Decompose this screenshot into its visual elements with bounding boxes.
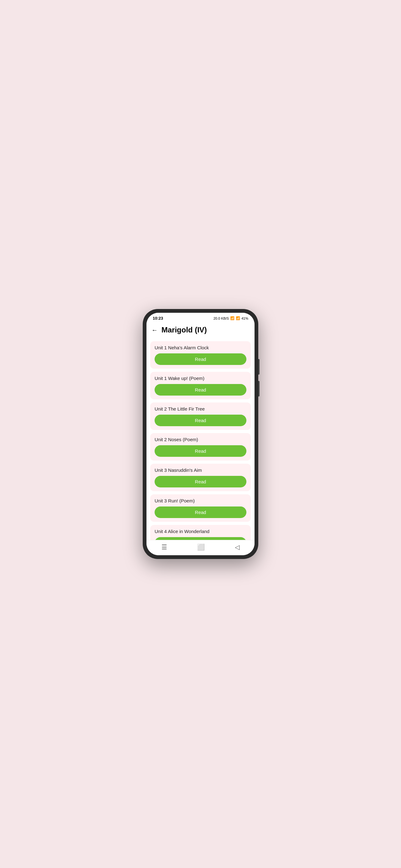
nav-bar: ☰ ⬜ ◁ xyxy=(146,540,255,555)
network-speed: 20.0 KB/S xyxy=(213,316,229,320)
signal-icon: 📶 xyxy=(236,316,240,320)
phone-frame: 10:23 20.0 KB/S 📶 📶 41% ← Marigold (IV) … xyxy=(143,309,258,559)
read-button[interactable]: Read xyxy=(155,415,246,426)
unit-card: Unit 3 Nasruddin's AimRead xyxy=(150,464,251,491)
unit-title: Unit 4 Alice in Wonderland xyxy=(155,529,246,534)
unit-title: Unit 2 The Little Fir Tree xyxy=(155,406,246,411)
unit-title: Unit 2 Noses (Poem) xyxy=(155,437,246,442)
unit-card: Unit 2 The Little Fir TreeRead xyxy=(150,402,251,430)
read-button[interactable]: Read xyxy=(155,506,246,518)
unit-title: Unit 3 Run! (Poem) xyxy=(155,498,246,503)
read-button[interactable]: Read xyxy=(155,445,246,457)
unit-card: Unit 3 Run! (Poem)Read xyxy=(150,494,251,522)
wifi-icon: 📶 xyxy=(230,316,235,320)
battery-label: 41% xyxy=(241,316,248,320)
header: ← Marigold (IV) xyxy=(146,322,255,339)
phone-screen: 10:23 20.0 KB/S 📶 📶 41% ← Marigold (IV) … xyxy=(146,313,255,555)
status-time: 10:23 xyxy=(153,316,163,320)
unit-title: Unit 3 Nasruddin's Aim xyxy=(155,467,246,473)
home-icon[interactable]: ⬜ xyxy=(197,544,205,551)
content-area[interactable]: Unit 1 Neha's Alarm ClockReadUnit 1 Wake… xyxy=(146,339,255,540)
unit-title: Unit 1 Wake up! (Poem) xyxy=(155,376,246,381)
unit-card: Unit 4 Alice in WonderlandRead xyxy=(150,525,251,540)
read-button[interactable]: Read xyxy=(155,537,246,540)
unit-card: Unit 2 Noses (Poem)Read xyxy=(150,433,251,461)
read-button[interactable]: Read xyxy=(155,384,246,396)
read-button[interactable]: Read xyxy=(155,353,246,365)
unit-card: Unit 1 Neha's Alarm ClockRead xyxy=(150,341,251,369)
unit-card: Unit 1 Wake up! (Poem)Read xyxy=(150,372,251,399)
status-icons: 20.0 KB/S 📶 📶 41% xyxy=(213,316,248,320)
back-button[interactable]: ← xyxy=(152,327,158,334)
page-title: Marigold (IV) xyxy=(162,326,207,334)
back-nav-icon[interactable]: ◁ xyxy=(235,544,239,551)
status-bar: 10:23 20.0 KB/S 📶 📶 41% xyxy=(146,313,255,322)
read-button[interactable]: Read xyxy=(155,476,246,488)
unit-title: Unit 1 Neha's Alarm Clock xyxy=(155,345,246,350)
menu-icon[interactable]: ☰ xyxy=(162,544,167,551)
